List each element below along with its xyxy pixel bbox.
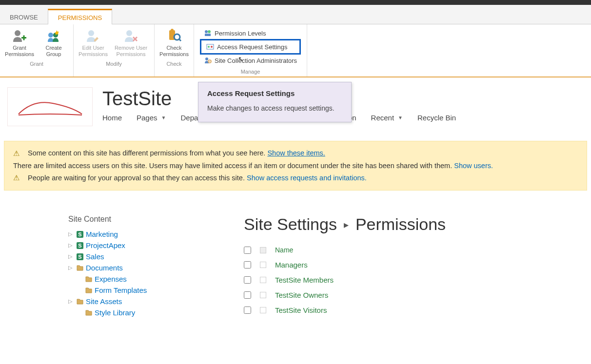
group-name-check: Check: [166, 61, 181, 67]
nav-home[interactable]: Home: [102, 114, 122, 122]
permission-row: TestSite Owners: [244, 287, 571, 303]
library-icon: [76, 298, 84, 306]
group-name-modify: Modify: [106, 61, 121, 67]
site-icon: S: [76, 230, 84, 238]
row-checkbox[interactable]: [244, 276, 251, 284]
permission-row: TestSite Members: [244, 272, 571, 287]
ribbon-group-check: Check Permissions Check: [155, 24, 194, 77]
tree-link[interactable]: Documents: [86, 264, 123, 272]
svg-rect-13: [205, 34, 211, 36]
svg-text:S: S: [78, 243, 81, 249]
create-group-label: Create Group: [40, 45, 67, 57]
site-logo[interactable]: [7, 87, 93, 126]
svg-rect-2: [23, 36, 25, 40]
row-checkbox[interactable]: [244, 307, 251, 314]
expand-arrow-icon[interactable]: ▷: [68, 298, 74, 305]
library-icon: [85, 287, 93, 294]
select-all-checkbox[interactable]: [244, 247, 251, 254]
breadcrumb-separator-icon: ▸: [344, 219, 349, 230]
type-checkbox[interactable]: [260, 307, 266, 313]
svg-point-15: [208, 46, 210, 48]
content-row: Site Content ▷SMarketing▷SProjectApex▷SS…: [0, 191, 591, 318]
show-users-link[interactable]: Show users.: [454, 162, 493, 170]
svg-point-3: [48, 33, 53, 38]
type-checkbox[interactable]: [260, 292, 266, 298]
window-top-bar: [0, 0, 591, 5]
expand-arrow-icon[interactable]: ▷: [68, 231, 74, 237]
type-checkbox[interactable]: [260, 262, 266, 268]
permissions-panel: Site Settings ▸ Permissions Name Manager…: [244, 215, 571, 318]
library-icon: [76, 264, 84, 272]
ribbon-group-manage: Permission Levels Access Request Setting…: [194, 24, 307, 77]
ribbon-group-grant: Grant Permissions Create Group Grant: [0, 24, 74, 77]
breadcrumb-permissions: Permissions: [355, 215, 446, 234]
tree-link[interactable]: Form Templates: [95, 286, 147, 294]
tree-link[interactable]: Style Library: [95, 308, 135, 317]
library-icon: [85, 309, 93, 317]
tree-link[interactable]: Site Assets: [86, 297, 122, 306]
svg-point-19: [209, 61, 210, 62]
permission-levels-icon: [204, 29, 212, 37]
permissions-header-row: Name: [244, 243, 571, 257]
site-content-tree: Site Content ▷SMarketing▷SProjectApex▷SS…: [68, 215, 215, 318]
remove-user-icon: [123, 28, 139, 44]
site-collection-admins-button[interactable]: Site Collection Administrators: [200, 55, 301, 66]
remove-user-permissions-button[interactable]: Remove User Permissions: [113, 27, 149, 59]
svg-point-11: [205, 30, 208, 33]
check-permissions-label: Check Permissions: [159, 45, 189, 57]
group-name-grant: Grant: [30, 61, 43, 67]
svg-line-10: [179, 39, 181, 41]
show-access-requests-link[interactable]: Show access requests and invitations.: [247, 174, 367, 182]
remove-user-label: Remove User Permissions: [114, 45, 148, 57]
group-name-link[interactable]: Managers: [275, 261, 308, 269]
group-name-link[interactable]: TestSite Members: [275, 276, 334, 284]
create-group-button[interactable]: Create Group: [39, 27, 68, 59]
group-name-manage: Manage: [241, 69, 260, 75]
permission-row: TestSite Visitors: [244, 303, 571, 318]
tree-link[interactable]: Expenses: [95, 275, 127, 283]
group-name-link[interactable]: TestSite Visitors: [275, 306, 327, 314]
type-checkbox[interactable]: [260, 277, 266, 283]
tab-permissions[interactable]: PERMISSIONS: [48, 9, 112, 24]
access-request-settings-button[interactable]: Access Request Settings: [200, 39, 301, 55]
name-column-header[interactable]: Name: [275, 246, 293, 254]
permission-levels-label: Permission Levels: [215, 30, 266, 37]
check-permissions-button[interactable]: Check Permissions: [159, 27, 189, 59]
chevron-down-icon: ▼: [161, 115, 166, 120]
edit-user-label: Edit User Permissions: [79, 45, 108, 57]
permission-levels-button[interactable]: Permission Levels: [200, 28, 301, 38]
expand-arrow-icon[interactable]: ▷: [68, 242, 74, 249]
notice-text-3: People are waiting for your approval so …: [28, 174, 247, 182]
group-name-link[interactable]: TestSite Owners: [275, 291, 328, 299]
tree-item: Style Library: [68, 307, 215, 318]
tree-link[interactable]: ProjectApex: [86, 241, 125, 249]
breadcrumb-site-settings[interactable]: Site Settings: [244, 215, 337, 234]
warning-icon: ⚠: [13, 172, 22, 184]
show-these-items-link[interactable]: Show these items.: [267, 149, 325, 157]
expand-arrow-icon[interactable]: ▷: [68, 265, 74, 271]
permission-row: Managers: [244, 257, 571, 272]
access-request-icon: [206, 43, 214, 51]
tree-item: ▷SMarketing: [68, 229, 215, 240]
notice-text-2: There are limited access users on this s…: [13, 162, 454, 170]
row-checkbox[interactable]: [244, 261, 251, 268]
create-group-icon: [46, 28, 61, 44]
nav-pages[interactable]: Pages▼: [137, 114, 166, 122]
nav-recent[interactable]: Recent▼: [371, 114, 403, 122]
tab-browse[interactable]: BROWSE: [0, 10, 48, 24]
svg-text:S: S: [78, 231, 81, 237]
site-collection-admins-label: Site Collection Administrators: [215, 57, 297, 64]
row-checkbox[interactable]: [244, 291, 251, 299]
nav-recycle-bin[interactable]: Recycle Bin: [417, 114, 456, 122]
tree-link[interactable]: Sales: [86, 252, 104, 261]
grant-permissions-button[interactable]: Grant Permissions: [5, 27, 34, 59]
site-icon: S: [76, 242, 84, 249]
svg-point-8: [171, 29, 174, 32]
tree-link[interactable]: Marketing: [86, 230, 118, 238]
site-content-title: Site Content: [68, 215, 215, 224]
ribbon-group-modify: Edit User Permissions Remove User Permis…: [74, 24, 155, 77]
expand-arrow-icon[interactable]: ▷: [68, 253, 74, 260]
edit-user-permissions-button[interactable]: Edit User Permissions: [79, 27, 108, 59]
tooltip: Access Request Settings Make changes to …: [198, 82, 352, 122]
svg-point-5: [88, 30, 94, 36]
